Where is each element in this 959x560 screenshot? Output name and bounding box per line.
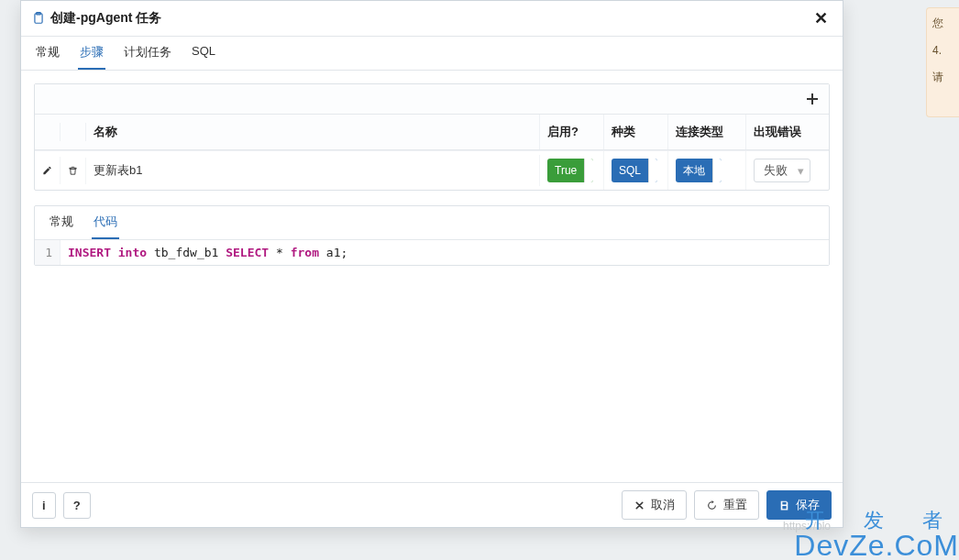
recycle-icon (706, 500, 718, 511)
onerror-select[interactable]: 失败 ▾ (754, 159, 810, 182)
code-editor[interactable]: 1 INSERT into tb_fdw_b1 SELECT * from a1… (35, 240, 829, 265)
row-onerror: 失败 ▾ (746, 151, 829, 190)
dialog-tabs: 常规 步骤 计划任务 SQL (21, 37, 843, 71)
reset-button[interactable]: 重置 (694, 490, 759, 520)
col-delete (61, 123, 86, 141)
save-icon (778, 500, 790, 511)
close-icon[interactable]: ✕ (810, 8, 832, 28)
save-button[interactable]: 保存 (766, 490, 832, 520)
clipboard-icon (32, 12, 45, 25)
step-detail-tabs: 常规 代码 (35, 206, 829, 240)
dialog-title: 创建-pgAgent 任务 (50, 10, 810, 27)
grid-toolbar (35, 84, 829, 115)
help-button[interactable]: ? (63, 492, 91, 519)
close-icon (634, 500, 645, 511)
steps-grid: 名称 启用? 种类 连接类型 出现错误 更新表b1 True (34, 83, 830, 191)
row-kind: SQL (604, 151, 668, 190)
col-edit (35, 123, 61, 141)
tab-steps[interactable]: 步骤 (78, 37, 105, 70)
tab-schedule[interactable]: 计划任务 (122, 37, 173, 70)
info-button[interactable]: i (32, 492, 56, 519)
dialog: 创建-pgAgent 任务 ✕ 常规 步骤 计划任务 SQL 名称 启用? 种类… (20, 0, 843, 528)
row-enabled: True (540, 151, 604, 190)
col-onerror: 出现错误 (746, 115, 829, 149)
edit-row-button[interactable] (35, 157, 61, 184)
tab-sql[interactable]: SQL (190, 37, 217, 70)
step-detail-panel: 常规 代码 1 INSERT into tb_fdw_b1 SELECT * f… (34, 205, 830, 266)
pencil-icon (42, 164, 52, 177)
line-number: 1 (35, 240, 61, 265)
chevron-down-icon: ▾ (798, 164, 804, 178)
col-conn: 连接类型 (668, 115, 746, 149)
side-note: 您 4. 请 (926, 7, 959, 117)
conn-toggle[interactable]: 本地 (676, 159, 722, 182)
dialog-header: 创建-pgAgent 任务 ✕ (21, 1, 843, 37)
col-enabled: 启用? (540, 115, 604, 149)
dialog-body: 名称 启用? 种类 连接类型 出现错误 更新表b1 True (21, 71, 843, 482)
add-row-button[interactable] (803, 90, 821, 108)
code-line: INSERT into tb_fdw_b1 SELECT * from a1; (61, 240, 355, 265)
col-kind: 种类 (604, 115, 668, 149)
subtab-general[interactable]: 常规 (48, 206, 75, 239)
grid-header: 名称 启用? 种类 连接类型 出现错误 (35, 115, 829, 150)
row-name: 更新表b1 (86, 155, 540, 186)
cancel-button[interactable]: 取消 (622, 490, 687, 520)
watermark-url: https://blo (783, 520, 831, 533)
enabled-toggle[interactable]: True (547, 159, 593, 182)
delete-row-button[interactable] (61, 158, 86, 184)
subtab-code[interactable]: 代码 (92, 206, 119, 239)
plus-icon (807, 93, 818, 104)
trash-icon (68, 165, 78, 177)
tab-general[interactable]: 常规 (34, 37, 61, 70)
col-name: 名称 (86, 115, 540, 149)
table-row: 更新表b1 True SQL 本地 (35, 150, 829, 190)
kind-toggle[interactable]: SQL (612, 159, 657, 182)
row-conn: 本地 (668, 151, 746, 190)
dialog-footer: i ? 取消 重置 保存 (21, 482, 843, 527)
